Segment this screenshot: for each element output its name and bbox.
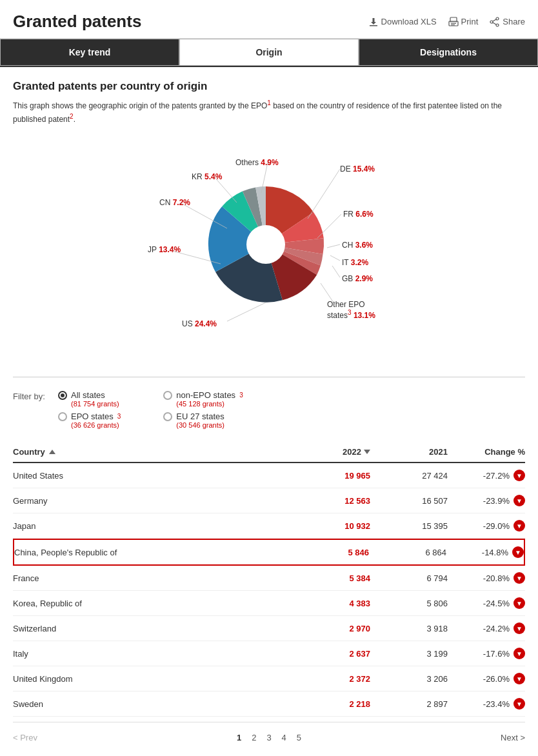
page-5[interactable]: 5 xyxy=(294,731,304,744)
section-divider xyxy=(13,377,525,377)
cell-2022: 2 970 xyxy=(293,624,370,633)
print-button[interactable]: Print xyxy=(448,17,479,27)
col-country[interactable]: Country xyxy=(13,447,293,457)
pie-chart-svg xyxy=(201,180,330,309)
pie-chart-container: DE 15.4% FR 6.6% CH 3.6% IT 3.2% GB 2.9%… xyxy=(13,138,525,357)
pie-chart-wrapper: DE 15.4% FR 6.6% CH 3.6% IT 3.2% GB 2.9%… xyxy=(108,144,430,351)
section-description: This graph shows the geographic origin o… xyxy=(13,98,525,125)
pie-label-cn: CN 7.2% xyxy=(159,197,190,207)
page-numbers: 1 2 3 4 5 xyxy=(234,731,304,744)
tab-bar: Key trend Origin Designations xyxy=(0,39,538,67)
tab-designations[interactable]: Designations xyxy=(359,39,538,66)
col-2021[interactable]: 2021 xyxy=(370,447,448,457)
col-2022[interactable]: 2022 xyxy=(293,447,370,457)
radio-eu27[interactable] xyxy=(163,412,172,421)
down-arrow-icon: ▼ xyxy=(513,698,525,710)
cell-country: United Kingdom xyxy=(13,674,293,684)
cell-country: Italy xyxy=(13,649,293,659)
next-button[interactable]: Next > xyxy=(501,733,525,742)
cell-2022: 5 846 xyxy=(292,548,369,557)
cell-change: -24.5% ▼ xyxy=(448,597,525,609)
table-header: Country 2022 2021 Change % xyxy=(13,442,525,463)
tab-origin[interactable]: Origin xyxy=(179,39,359,66)
svg-rect-0 xyxy=(370,25,377,26)
cell-country: Japan xyxy=(13,521,293,531)
table-row-highlighted: China, People's Republic of 5 846 6 864 … xyxy=(13,539,525,566)
download-button[interactable]: Download XLS xyxy=(368,17,437,27)
filter-all-states[interactable]: All states (81 754 grants) xyxy=(58,390,137,408)
table-row: Italy 2 637 3 199 -17.6% ▼ xyxy=(13,641,525,666)
cell-change: -17.6% ▼ xyxy=(448,648,525,659)
radio-all-states[interactable] xyxy=(58,391,67,400)
cell-change: -14.8% ▼ xyxy=(446,546,524,558)
filter-section: Filter by: All states (81 754 grants) no… xyxy=(13,390,525,429)
table-row: United Kingdom 2 372 3 206 -26.0% ▼ xyxy=(13,666,525,691)
cell-country: China, People's Republic of xyxy=(14,548,292,557)
col-change[interactable]: Change % xyxy=(448,447,525,457)
page-2[interactable]: 2 xyxy=(249,731,259,744)
cell-change: -29.0% ▼ xyxy=(448,520,525,532)
table-row: United States 19 965 27 424 -27.2% ▼ xyxy=(13,463,525,488)
cell-country: Germany xyxy=(13,496,293,506)
page-1[interactable]: 1 xyxy=(234,731,244,744)
data-table: Country 2022 2021 Change % United States… xyxy=(13,442,525,717)
down-arrow-icon: ▼ xyxy=(513,520,525,532)
main-content: Granted patents per country of origin Th… xyxy=(0,67,538,756)
cell-change: -26.0% ▼ xyxy=(448,673,525,684)
pie-label-it: IT 3.2% xyxy=(342,257,368,267)
pie-label-kr: KR 5.4% xyxy=(192,172,222,181)
pagination: < Prev 1 2 3 4 5 Next > xyxy=(13,722,525,749)
svg-line-9 xyxy=(493,23,496,25)
prev-button[interactable]: < Prev xyxy=(13,733,37,742)
table-row: Japan 10 932 15 395 -29.0% ▼ xyxy=(13,513,525,539)
svg-point-5 xyxy=(496,17,499,20)
sort-icon-2022 xyxy=(364,450,370,454)
cell-change: -24.2% ▼ xyxy=(448,622,525,634)
filter-label: Filter by: xyxy=(13,392,58,401)
svg-rect-3 xyxy=(451,23,456,24)
radio-epo[interactable] xyxy=(58,412,67,421)
cell-country: Switzerland xyxy=(13,624,293,633)
svg-line-14 xyxy=(330,255,340,261)
pie-label-ch: CH 3.6% xyxy=(342,240,373,250)
sort-icon-country xyxy=(49,450,55,454)
filter-epo-states[interactable]: EPO states3 (36 626 grants) xyxy=(58,412,137,429)
section-title: Granted patents per country of origin xyxy=(13,80,525,93)
share-button[interactable]: Share xyxy=(490,17,525,27)
cell-2021: 2 897 xyxy=(370,699,448,709)
cell-2022: 2 372 xyxy=(293,674,370,684)
svg-rect-4 xyxy=(451,25,455,25)
tab-key-trend[interactable]: Key trend xyxy=(0,39,179,66)
down-arrow-icon: ▼ xyxy=(513,622,525,634)
pie-label-others: Others 4.9% xyxy=(235,157,279,167)
down-arrow-icon: ▼ xyxy=(513,495,525,506)
filter-eu27-states[interactable]: EU 27 states (30 546 grants) xyxy=(163,412,243,429)
cell-2021: 15 395 xyxy=(370,521,448,531)
page-3[interactable]: 3 xyxy=(264,731,274,744)
pie-label-jp: JP 13.4% xyxy=(148,244,181,254)
down-arrow-icon: ▼ xyxy=(513,648,525,659)
filter-non-epo-states[interactable]: non-EPO states3 (45 128 grants) xyxy=(163,390,243,408)
cell-change: -23.9% ▼ xyxy=(448,495,525,506)
cell-2021: 6 864 xyxy=(369,548,446,557)
radio-non-epo[interactable] xyxy=(163,391,172,400)
cell-2022: 2 637 xyxy=(293,649,370,659)
cell-country: Korea, Republic of xyxy=(13,599,293,608)
cell-2021: 3 206 xyxy=(370,674,448,684)
print-icon xyxy=(448,17,459,27)
down-arrow-icon: ▼ xyxy=(513,673,525,684)
cell-2022: 2 218 xyxy=(293,699,370,709)
table-row: Sweden 2 218 2 897 -23.4% ▼ xyxy=(13,691,525,717)
cell-2022: 12 563 xyxy=(293,496,370,506)
down-arrow-icon: ▼ xyxy=(513,597,525,609)
cell-2022: 19 965 xyxy=(293,471,370,481)
cell-change: -20.8% ▼ xyxy=(448,572,525,584)
cell-2022: 5 384 xyxy=(293,573,370,583)
cell-2022: 10 932 xyxy=(293,521,370,531)
page-4[interactable]: 4 xyxy=(279,731,289,744)
page-header: Granted patents Download XLS Print Share xyxy=(0,0,538,39)
table-row: Germany 12 563 16 507 -23.9% ▼ xyxy=(13,488,525,513)
cell-2021: 3 199 xyxy=(370,649,448,659)
pie-label-fr: FR 6.6% xyxy=(343,209,374,219)
cell-country: France xyxy=(13,573,293,583)
